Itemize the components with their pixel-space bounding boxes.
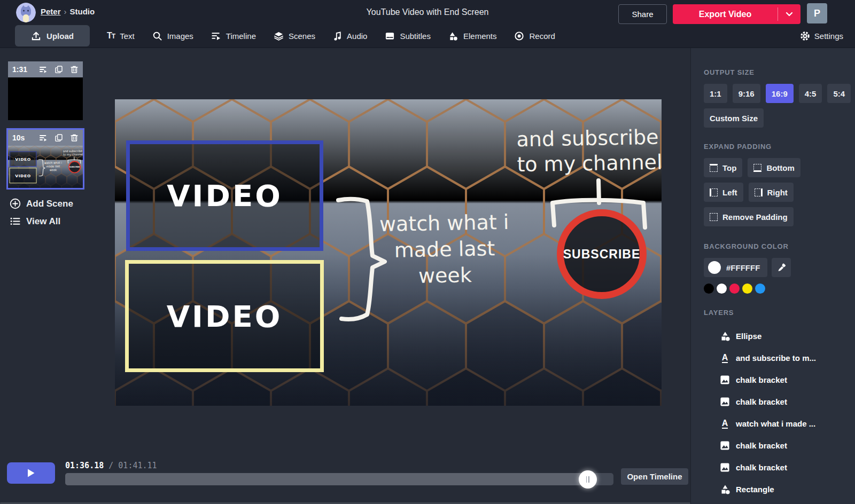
layer-row-image[interactable]: chalk bracket	[704, 435, 855, 456]
layers-icon	[274, 31, 284, 41]
pad-right-icon	[755, 188, 763, 196]
settings-button[interactable]: Settings	[800, 25, 843, 46]
breadcrumb-user-link[interactable]: Peter	[41, 7, 61, 16]
scene-1-thumbnail	[8, 77, 83, 120]
eyedropper-button[interactable]	[772, 258, 791, 277]
scene-timeline-icon[interactable]	[39, 65, 48, 74]
background-hex-button[interactable]: #FFFFFF	[704, 258, 767, 277]
scene-2-duration: 10s	[12, 133, 25, 142]
shape-layer-icon	[719, 484, 730, 495]
add-scene-label: Add Scene	[26, 199, 73, 209]
tab-scenes[interactable]: Scenes	[274, 31, 315, 41]
duplicate-scene-icon[interactable]	[55, 133, 63, 142]
export-video-button[interactable]: Export Video	[673, 4, 800, 24]
video-placeholder-yellow[interactable]: VIDEO	[10, 168, 37, 183]
play-button[interactable]	[7, 462, 55, 484]
scene-2-header: 10s	[8, 130, 83, 146]
tab-images-label: Images	[167, 32, 193, 41]
layers-list: Ellipse A and subscribe to m... chalk br…	[704, 325, 855, 504]
pad-left-icon	[710, 188, 718, 196]
open-timeline-button[interactable]: Open Timeline	[621, 468, 688, 485]
text-layer-watch-what-i-made[interactable]: watch what i made last week	[43, 161, 64, 172]
swatch-blue[interactable]	[755, 284, 765, 294]
tab-audio[interactable]: Audio	[333, 31, 367, 41]
pad-right-button[interactable]: Right	[749, 183, 794, 202]
tab-record[interactable]: Record	[514, 31, 555, 41]
ratio-1-1[interactable]: 1:1	[704, 84, 727, 103]
video-placeholder-yellow[interactable]: VIDEO	[125, 260, 324, 372]
scene-timeline-icon[interactable]	[39, 133, 48, 142]
layer-row-ellipse[interactable]: Ellipse	[704, 325, 855, 347]
user-avatar[interactable]	[16, 3, 36, 22]
inspector-panel: OUTPUT SIZE 1:1 9:16 16:9 4:5 5:4 Custom…	[690, 48, 855, 504]
scene-card-2-selected[interactable]: 10s	[6, 128, 84, 190]
swatch-yellow[interactable]	[742, 284, 752, 294]
shapes-icon	[448, 31, 458, 41]
layer-row-text[interactable]: A and subscribe to m...	[704, 347, 855, 369]
subscribe-ellipse-layer[interactable]: SUBSCRIBE	[557, 209, 647, 299]
video-placeholder-blue[interactable]: VIDEO	[10, 152, 36, 167]
total-time: 01:41.11	[118, 461, 157, 470]
subscribe-ellipse-layer[interactable]: SUBSCRIBE	[68, 161, 81, 173]
text-layer-watch-what-i-made[interactable]: watch what i made last week	[369, 209, 520, 290]
scene-1-header: 1:31	[8, 61, 83, 77]
list-icon	[10, 216, 21, 227]
layer-row-image[interactable]: chalk bracket	[704, 391, 855, 413]
export-video-label: Export Video	[673, 10, 778, 19]
pad-bottom-button[interactable]: Bottom	[748, 158, 800, 177]
view-all-button[interactable]: View All	[10, 216, 60, 227]
breadcrumb-section: Studio	[70, 7, 95, 16]
swatch-white[interactable]	[717, 284, 727, 294]
add-scene-button[interactable]: Add Scene	[10, 198, 73, 209]
ratio-4-5[interactable]: 4:5	[799, 84, 822, 103]
video-placeholder-label: VIDEO	[15, 173, 31, 178]
layer-row-shape[interactable]: Rectangle	[704, 500, 855, 504]
current-time: 01:36.18	[65, 461, 104, 470]
swatch-black[interactable]	[704, 284, 714, 294]
tab-subtitles[interactable]: Subtitles	[385, 31, 431, 41]
video-placeholder-blue[interactable]: VIDEO	[126, 140, 323, 251]
pad-left-button[interactable]: Left	[704, 183, 743, 202]
seek-bar[interactable]	[65, 473, 613, 485]
gear-icon	[800, 31, 810, 41]
text-layer-and-subscribe[interactable]: and subscribe to my channel!	[63, 149, 82, 157]
cat-avatar-icon	[16, 3, 36, 22]
duplicate-scene-icon[interactable]	[55, 65, 63, 74]
ratio-5-4[interactable]: 5:4	[827, 84, 851, 103]
account-button[interactable]: P	[807, 3, 827, 23]
background-color-dot	[708, 261, 721, 274]
color-swatches	[704, 284, 855, 294]
tab-elements[interactable]: Elements	[448, 31, 497, 41]
tab-timeline[interactable]: Timeline	[211, 31, 256, 41]
export-dropdown-button[interactable]	[778, 12, 800, 17]
upload-button[interactable]: Upload	[15, 25, 90, 46]
delete-scene-icon[interactable]	[70, 65, 79, 74]
playback-time: 01:36.18 / 01:41.11	[65, 461, 157, 470]
subscribe-label: SUBSCRIBE	[563, 247, 640, 262]
remove-padding-button[interactable]: Remove Padding	[704, 207, 794, 226]
seek-scrubber-handle[interactable]	[579, 470, 597, 489]
share-button[interactable]: Share	[618, 4, 667, 24]
tab-text[interactable]: TT Text	[107, 31, 135, 41]
delete-scene-icon[interactable]	[70, 133, 79, 142]
remove-padding-icon	[710, 213, 718, 221]
layer-row-text[interactable]: A watch what i made ...	[704, 413, 855, 435]
ratio-9-16[interactable]: 9:16	[733, 84, 760, 103]
canvas-scene[interactable]: VIDEO VIDEO watch what i made last week …	[115, 99, 662, 406]
layer-row-image[interactable]: chalk bracket	[704, 456, 855, 478]
canvas-scene[interactable]: VIDEO VIDEO watch what i made last week …	[8, 146, 83, 188]
layer-row-image[interactable]: chalk bracket	[704, 369, 855, 391]
swatch-red[interactable]	[729, 284, 740, 294]
scene-card-1[interactable]: 1:31	[8, 61, 83, 120]
pad-top-button[interactable]: Top	[704, 158, 742, 177]
layer-row-shape[interactable]: Rectangle	[704, 478, 855, 500]
tab-timeline-label: Timeline	[226, 32, 256, 41]
scene-1-duration: 1:31	[12, 65, 27, 74]
ratio-16-9-selected[interactable]: 16:9	[766, 84, 794, 103]
background-hex-value: #FFFFFF	[726, 263, 760, 272]
music-note-icon	[333, 31, 342, 41]
custom-size-button[interactable]: Custom Size	[704, 108, 764, 128]
text-layer-and-subscribe[interactable]: and subscribe to my channel!	[516, 125, 659, 178]
video-placeholder-label: VIDEO	[167, 178, 283, 213]
tab-images[interactable]: Images	[152, 31, 193, 41]
